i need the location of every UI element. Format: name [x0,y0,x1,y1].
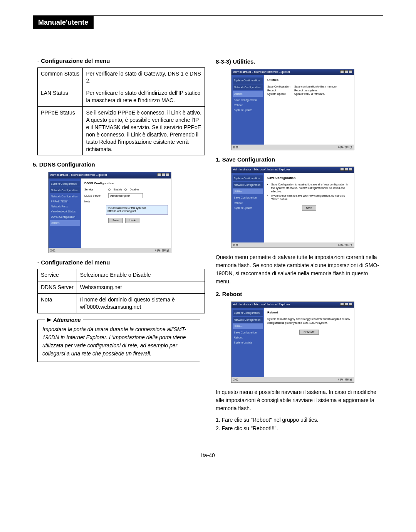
side-item: Save Configuration [233,330,263,335]
side-item: System Update [233,205,263,210]
table-row: ServiceSelezionare Enable o Disable [38,269,205,281]
table-row: DDNS ServerWebsamsung.net [38,281,205,294]
note-label: Note [84,200,106,203]
table-row: PPPoE StatusSe il servizio PPPoE è conne… [38,107,205,155]
status-right: 내부 인터넷 [338,378,352,381]
page-title: Manuale'utente [33,15,94,29]
sidebar: System Configuration Network Configurati… [231,75,264,145]
attention-text: Attenzione [53,316,81,324]
side-item: PPPoE(ADSL) [50,199,80,204]
window-title: Administrator - Microsoft Internet Explo… [233,303,290,307]
status-right: 내부 인터넷 [338,243,352,247]
side-item: System Update [233,340,263,345]
status-left: 완료 [50,249,55,252]
util-val: Update web / ui firmware. [294,92,325,96]
cell-key: PPPoE Status [38,107,83,155]
window-title: Administrator - Microsoft Internet Explo… [233,168,290,172]
step-item: 1. Fare clic su "Reboot" nel gruppo util… [216,416,383,424]
reboot-button: Reboot!!! [299,330,319,335]
panel-title: DDNS Configuration [84,182,168,186]
side-group: System Configuration [50,181,80,187]
cell-key: Nota [38,293,77,313]
side-group: Utilities [50,220,80,226]
reboot-screenshot: Administrator - Microsoft Internet Explo… [231,301,354,383]
undo-button: Undo [125,218,140,223]
window-title: Administrator - Microsoft Internet Explo… [233,70,290,75]
main-panel: Save Configuration Save Configuration is… [264,173,354,242]
server-label: DDNS Server [84,194,106,197]
step-item: 2. Fare clic su "Reboot!!!". [216,425,383,432]
table-row: LAN StatusPer verificare lo stato dell'i… [38,87,205,107]
utilities-heading: 8-3-3) Utilities. [216,58,383,66]
menu-config-heading-2: Configurazione del menu [37,259,200,266]
attention-box: Attenzione Impostare la porta da usare d… [37,320,200,362]
side-group: Utilities [233,91,263,97]
side-item: DDNS Configuration [50,214,80,219]
side-group: Network Configuration [233,84,263,90]
menu-config-table-2: ServiceSelezionare Enable o Disable DDNS… [37,269,205,313]
server-input: websamsung.net [108,193,143,198]
window-title: Administrator - Microsoft Internet Explo… [50,173,107,178]
cell-val: Se il servizio PPPoE è connesso, il Link… [83,107,205,155]
attention-arrow-icon [47,318,52,322]
bullet: Save Configuration is required to save a… [271,183,351,193]
window-controls-icon [340,168,352,172]
main-panel: DDNS Configuration Service Enable Disabl… [81,178,171,248]
util-val: Reboot the system. [294,89,317,92]
cell-val: Per verificare lo stato dell'indirizzo d… [83,87,205,107]
side-item: Network Ports [50,204,80,209]
ddns-heading: 5. DDNS Configuration [33,161,200,168]
side-item: Reboot [233,200,263,205]
side-group: Utilities [233,323,263,329]
reboot-heading: 2. Reboot [216,290,383,298]
attention-label: Attenzione [45,316,83,324]
side-item: Network Configuration [50,194,80,199]
side-item: Save Configuration [233,195,263,200]
cell-key: Common Status [38,67,83,87]
status-right: 내부 인터넷 [155,249,169,252]
ddns-screenshot: Administrator - Microsoft Internet Explo… [48,172,171,253]
window-controls-icon [157,173,169,178]
side-group: Network Configuration [233,182,263,188]
side-group: System Configuration [233,310,263,316]
right-column: 8-3-3) Utilities. Administrator - Micros… [216,52,383,433]
content-columns: Configurazione del menu Common StatusPer… [33,52,383,433]
page-number: Ita-40 [33,452,383,459]
util-val: Save configuration to flash memory. [294,85,337,88]
status-right: 내부 인터넷 [338,145,352,149]
cell-val: Il nome del dominio di questo sistema è … [77,293,205,313]
left-column: Configurazione del menu Common StatusPer… [33,52,200,433]
main-panel: Reboot System reboot is highly and stron… [264,308,354,377]
save-paragraph: Questo menu permette di salvare tutte le… [216,253,383,286]
side-item: System Update [233,108,263,113]
cell-key: DDNS Server [38,281,77,294]
cell-key: Service [38,269,77,281]
status-left: 완료 [233,378,238,381]
status-left: 완료 [233,145,238,149]
table-row: Common StatusPer verificare lo stato di … [38,67,205,87]
attention-body: Impostare la porta da usare durante la c… [42,325,195,358]
panel-title: Utilities [267,78,351,82]
menu-config-table-1: Common StatusPer verificare lo stato di … [37,67,205,156]
radio-icon [124,189,127,191]
cell-val: Websamsung.net [77,281,205,294]
side-item: View Network Status [50,209,80,214]
table-row: NotaIl nome del dominio di questo sistem… [38,293,205,313]
bullet: If you do not want to save your new conf… [271,194,351,201]
reboot-text: System reboot is highly and strongly rec… [267,317,351,325]
side-group: Network Configuration [50,187,80,193]
side-group: System Configuration [233,175,263,181]
status-left: 완료 [233,243,238,247]
save-button: Save [108,218,123,223]
panel-title: Reboot [267,311,351,315]
disable-label: Disable [130,188,139,191]
menu-config-heading-1: Configurazione del menu [37,57,200,65]
sidebar: System Configuration Network Configurati… [49,178,81,248]
util-key: Save Configuration [267,85,294,88]
side-group: System Configuration [233,77,263,83]
window-controls-icon [340,70,352,75]
util-key: Reboot [267,89,294,92]
radio-icon [108,189,111,191]
reboot-steps: 1. Fare clic su "Reboot" nel gruppo util… [216,416,383,432]
utilities-screenshot: Administrator - Microsoft Internet Explo… [231,69,354,150]
